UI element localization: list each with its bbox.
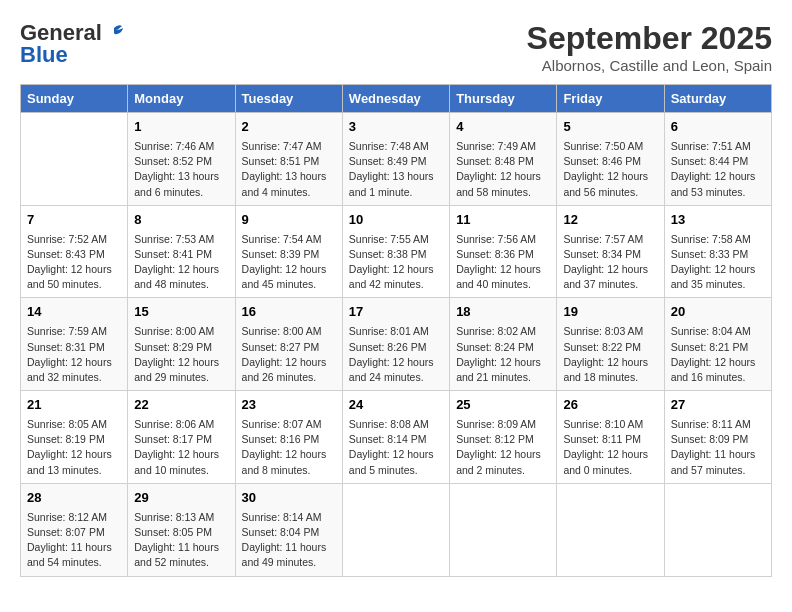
day-number: 19	[563, 303, 657, 322]
day-number: 20	[671, 303, 765, 322]
day-number: 4	[456, 118, 550, 137]
day-number: 23	[242, 396, 336, 415]
day-number: 21	[27, 396, 121, 415]
day-info: Sunrise: 7:54 AM Sunset: 8:39 PM Dayligh…	[242, 232, 336, 293]
day-number: 17	[349, 303, 443, 322]
calendar-cell-w3d5: 26Sunrise: 8:10 AM Sunset: 8:11 PM Dayli…	[557, 391, 664, 484]
day-info: Sunrise: 8:10 AM Sunset: 8:11 PM Dayligh…	[563, 417, 657, 478]
day-number: 11	[456, 211, 550, 230]
day-info: Sunrise: 8:05 AM Sunset: 8:19 PM Dayligh…	[27, 417, 121, 478]
logo-blue: Blue	[20, 42, 68, 68]
calendar-cell-w0d5: 5Sunrise: 7:50 AM Sunset: 8:46 PM Daylig…	[557, 113, 664, 206]
calendar-cell-w4d4	[450, 483, 557, 576]
day-number: 9	[242, 211, 336, 230]
calendar-cell-w2d3: 17Sunrise: 8:01 AM Sunset: 8:26 PM Dayli…	[342, 298, 449, 391]
calendar-cell-w2d0: 14Sunrise: 7:59 AM Sunset: 8:31 PM Dayli…	[21, 298, 128, 391]
calendar-cell-w1d6: 13Sunrise: 7:58 AM Sunset: 8:33 PM Dayli…	[664, 205, 771, 298]
day-info: Sunrise: 7:59 AM Sunset: 8:31 PM Dayligh…	[27, 324, 121, 385]
calendar-cell-w0d0	[21, 113, 128, 206]
day-info: Sunrise: 7:58 AM Sunset: 8:33 PM Dayligh…	[671, 232, 765, 293]
calendar-cell-w1d3: 10Sunrise: 7:55 AM Sunset: 8:38 PM Dayli…	[342, 205, 449, 298]
day-number: 26	[563, 396, 657, 415]
day-number: 22	[134, 396, 228, 415]
calendar-cell-w4d6	[664, 483, 771, 576]
location-subtitle: Albornos, Castille and Leon, Spain	[527, 57, 772, 74]
logo-bird-icon	[104, 22, 126, 44]
day-info: Sunrise: 8:14 AM Sunset: 8:04 PM Dayligh…	[242, 510, 336, 571]
calendar-cell-w3d3: 24Sunrise: 8:08 AM Sunset: 8:14 PM Dayli…	[342, 391, 449, 484]
calendar-cell-w3d4: 25Sunrise: 8:09 AM Sunset: 8:12 PM Dayli…	[450, 391, 557, 484]
calendar-cell-w4d0: 28Sunrise: 8:12 AM Sunset: 8:07 PM Dayli…	[21, 483, 128, 576]
day-number: 27	[671, 396, 765, 415]
calendar-cell-w0d6: 6Sunrise: 7:51 AM Sunset: 8:44 PM Daylig…	[664, 113, 771, 206]
day-number: 3	[349, 118, 443, 137]
calendar-cell-w1d4: 11Sunrise: 7:56 AM Sunset: 8:36 PM Dayli…	[450, 205, 557, 298]
day-number: 10	[349, 211, 443, 230]
day-number: 8	[134, 211, 228, 230]
day-info: Sunrise: 8:07 AM Sunset: 8:16 PM Dayligh…	[242, 417, 336, 478]
calendar-table: SundayMondayTuesdayWednesdayThursdayFrid…	[20, 84, 772, 577]
calendar-cell-w0d4: 4Sunrise: 7:49 AM Sunset: 8:48 PM Daylig…	[450, 113, 557, 206]
calendar-cell-w2d6: 20Sunrise: 8:04 AM Sunset: 8:21 PM Dayli…	[664, 298, 771, 391]
day-number: 15	[134, 303, 228, 322]
day-info: Sunrise: 7:52 AM Sunset: 8:43 PM Dayligh…	[27, 232, 121, 293]
calendar-cell-w1d2: 9Sunrise: 7:54 AM Sunset: 8:39 PM Daylig…	[235, 205, 342, 298]
day-info: Sunrise: 8:00 AM Sunset: 8:29 PM Dayligh…	[134, 324, 228, 385]
weekday-header-tuesday: Tuesday	[235, 85, 342, 113]
day-info: Sunrise: 8:09 AM Sunset: 8:12 PM Dayligh…	[456, 417, 550, 478]
day-info: Sunrise: 7:51 AM Sunset: 8:44 PM Dayligh…	[671, 139, 765, 200]
day-info: Sunrise: 8:02 AM Sunset: 8:24 PM Dayligh…	[456, 324, 550, 385]
calendar-cell-w2d4: 18Sunrise: 8:02 AM Sunset: 8:24 PM Dayli…	[450, 298, 557, 391]
day-number: 25	[456, 396, 550, 415]
day-info: Sunrise: 8:08 AM Sunset: 8:14 PM Dayligh…	[349, 417, 443, 478]
calendar-cell-w3d6: 27Sunrise: 8:11 AM Sunset: 8:09 PM Dayli…	[664, 391, 771, 484]
calendar-cell-w2d5: 19Sunrise: 8:03 AM Sunset: 8:22 PM Dayli…	[557, 298, 664, 391]
day-info: Sunrise: 8:03 AM Sunset: 8:22 PM Dayligh…	[563, 324, 657, 385]
calendar-cell-w4d2: 30Sunrise: 8:14 AM Sunset: 8:04 PM Dayli…	[235, 483, 342, 576]
logo: General Blue	[20, 20, 126, 68]
day-number: 29	[134, 489, 228, 508]
weekday-header-thursday: Thursday	[450, 85, 557, 113]
month-title: September 2025	[527, 20, 772, 57]
day-info: Sunrise: 7:47 AM Sunset: 8:51 PM Dayligh…	[242, 139, 336, 200]
day-number: 28	[27, 489, 121, 508]
page-header: General Blue September 2025 Albornos, Ca…	[20, 20, 772, 74]
day-number: 30	[242, 489, 336, 508]
day-info: Sunrise: 8:11 AM Sunset: 8:09 PM Dayligh…	[671, 417, 765, 478]
day-number: 12	[563, 211, 657, 230]
day-number: 16	[242, 303, 336, 322]
weekday-header-saturday: Saturday	[664, 85, 771, 113]
day-info: Sunrise: 8:12 AM Sunset: 8:07 PM Dayligh…	[27, 510, 121, 571]
calendar-cell-w2d2: 16Sunrise: 8:00 AM Sunset: 8:27 PM Dayli…	[235, 298, 342, 391]
weekday-header-friday: Friday	[557, 85, 664, 113]
weekday-header-monday: Monday	[128, 85, 235, 113]
calendar-cell-w1d5: 12Sunrise: 7:57 AM Sunset: 8:34 PM Dayli…	[557, 205, 664, 298]
calendar-cell-w1d1: 8Sunrise: 7:53 AM Sunset: 8:41 PM Daylig…	[128, 205, 235, 298]
day-number: 18	[456, 303, 550, 322]
day-info: Sunrise: 7:46 AM Sunset: 8:52 PM Dayligh…	[134, 139, 228, 200]
title-block: September 2025 Albornos, Castille and Le…	[527, 20, 772, 74]
day-number: 7	[27, 211, 121, 230]
day-info: Sunrise: 7:49 AM Sunset: 8:48 PM Dayligh…	[456, 139, 550, 200]
day-info: Sunrise: 7:55 AM Sunset: 8:38 PM Dayligh…	[349, 232, 443, 293]
calendar-cell-w2d1: 15Sunrise: 8:00 AM Sunset: 8:29 PM Dayli…	[128, 298, 235, 391]
day-info: Sunrise: 8:06 AM Sunset: 8:17 PM Dayligh…	[134, 417, 228, 478]
calendar-cell-w3d1: 22Sunrise: 8:06 AM Sunset: 8:17 PM Dayli…	[128, 391, 235, 484]
day-info: Sunrise: 8:01 AM Sunset: 8:26 PM Dayligh…	[349, 324, 443, 385]
calendar-cell-w4d5	[557, 483, 664, 576]
day-info: Sunrise: 7:48 AM Sunset: 8:49 PM Dayligh…	[349, 139, 443, 200]
day-info: Sunrise: 8:04 AM Sunset: 8:21 PM Dayligh…	[671, 324, 765, 385]
day-number: 24	[349, 396, 443, 415]
calendar-cell-w0d1: 1Sunrise: 7:46 AM Sunset: 8:52 PM Daylig…	[128, 113, 235, 206]
calendar-cell-w0d3: 3Sunrise: 7:48 AM Sunset: 8:49 PM Daylig…	[342, 113, 449, 206]
day-number: 2	[242, 118, 336, 137]
day-info: Sunrise: 8:00 AM Sunset: 8:27 PM Dayligh…	[242, 324, 336, 385]
day-info: Sunrise: 7:56 AM Sunset: 8:36 PM Dayligh…	[456, 232, 550, 293]
calendar-cell-w1d0: 7Sunrise: 7:52 AM Sunset: 8:43 PM Daylig…	[21, 205, 128, 298]
day-number: 6	[671, 118, 765, 137]
calendar-cell-w4d1: 29Sunrise: 8:13 AM Sunset: 8:05 PM Dayli…	[128, 483, 235, 576]
weekday-header-sunday: Sunday	[21, 85, 128, 113]
calendar-cell-w0d2: 2Sunrise: 7:47 AM Sunset: 8:51 PM Daylig…	[235, 113, 342, 206]
calendar-cell-w4d3	[342, 483, 449, 576]
day-info: Sunrise: 8:13 AM Sunset: 8:05 PM Dayligh…	[134, 510, 228, 571]
